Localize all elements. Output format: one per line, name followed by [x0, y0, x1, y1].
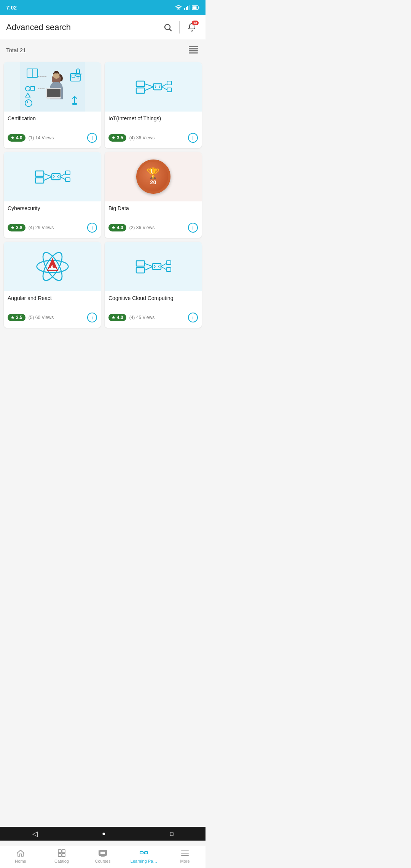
signal-icon [184, 5, 190, 10]
rating-bigdata: ★ 4.0 [108, 224, 126, 231]
svg-rect-6 [199, 7, 199, 9]
card-meta-certification: ★ 4.0 (1) 14 Views i [8, 133, 97, 146]
card-body-iot: IoT(Internet of Things) ★ 3.5 (4) 36 Vie… [105, 112, 202, 148]
card-cloud[interactable]: Cognitive Cloud Computing ★ 4.0 (4) 45 V… [105, 242, 202, 328]
card-body-cybersecurity: Cybersecurity ★ 3.8 (4) 29 Views i [4, 201, 101, 238]
svg-rect-42 [35, 171, 44, 176]
svg-rect-13 [189, 53, 198, 54]
angular-react-illustration: A [35, 247, 70, 286]
page-title: Advanced search [6, 22, 156, 32]
views-bigdata: (2) 36 Views [129, 225, 155, 230]
total-count: Total 21 [6, 47, 26, 53]
svg-rect-34 [136, 88, 145, 93]
card-meta-cybersecurity: ★ 3.8 (4) 29 Views i [8, 223, 97, 236]
svg-line-45 [44, 177, 52, 180]
rating-certification: ★ 4.0 [8, 134, 25, 142]
card-meta-iot: ★ 3.5 (4) 36 Views i [108, 133, 198, 146]
svg-rect-66 [166, 268, 171, 271]
svg-text:A: A [50, 265, 54, 270]
svg-line-35 [145, 84, 153, 87]
status-time: 7:02 [6, 5, 17, 11]
cloud-illustration [134, 253, 172, 280]
info-button-certification[interactable]: i [87, 133, 97, 143]
svg-rect-3 [187, 6, 188, 10]
svg-rect-41 [167, 88, 172, 92]
rating-cloud: ★ 4.0 [108, 314, 126, 321]
list-view-icon [189, 46, 198, 54]
card-thumb-bigdata: 🏆 20 [105, 152, 202, 201]
svg-rect-7 [193, 6, 197, 9]
notification-badge: 18 [192, 21, 199, 25]
rating-cybersecurity: ★ 3.8 [8, 224, 25, 231]
svg-line-39 [162, 87, 167, 90]
card-thumb-cybersecurity [4, 152, 101, 201]
card-thumb-angular: A [4, 242, 101, 291]
card-certification[interactable]: Certification ★ 4.0 (1) 14 Views i [4, 62, 101, 148]
header-divider [179, 21, 180, 34]
card-cybersecurity[interactable]: Cybersecurity ★ 3.8 (4) 29 Views i [4, 152, 101, 238]
card-thumb-certification [4, 62, 101, 112]
notifications-button[interactable]: 18 [184, 20, 199, 35]
view-toggle-button[interactable] [187, 44, 199, 56]
card-body-bigdata: Big Data ★ 4.0 (2) 36 Views i [105, 201, 202, 238]
views-cloud: (4) 45 Views [129, 315, 155, 320]
card-title-bigdata: Big Data [108, 205, 198, 219]
svg-point-0 [178, 10, 179, 10]
svg-line-64 [161, 266, 166, 270]
search-icon [163, 23, 172, 32]
svg-line-9 [170, 29, 172, 31]
info-button-iot[interactable]: i [188, 133, 198, 143]
info-button-bigdata[interactable]: i [188, 223, 198, 233]
cybersecurity-illustration [33, 163, 72, 190]
info-button-cybersecurity[interactable]: i [87, 223, 97, 233]
status-bar: 7:02 [0, 0, 206, 15]
card-thumb-cloud [105, 242, 202, 291]
svg-point-21 [27, 101, 28, 103]
svg-rect-62 [153, 263, 161, 270]
info-button-angular[interactable]: i [87, 313, 97, 322]
trophy-icon: 🏆 20 [136, 160, 170, 194]
svg-rect-40 [167, 81, 172, 85]
svg-rect-46 [52, 174, 60, 180]
svg-rect-1 [184, 8, 185, 10]
course-grid: Certification ★ 4.0 (1) 14 Views i [0, 60, 206, 330]
card-title-certification: Certification [8, 115, 97, 129]
svg-rect-30 [72, 103, 77, 105]
status-icons [175, 5, 199, 10]
svg-line-60 [145, 263, 153, 266]
card-angular[interactable]: A Angular and React ★ 3.5 (5) 60 Views i [4, 242, 101, 328]
svg-rect-37 [153, 84, 162, 90]
card-title-cybersecurity: Cybersecurity [8, 205, 97, 219]
info-button-cloud[interactable]: i [188, 313, 198, 322]
iot-illustration [134, 73, 172, 100]
svg-rect-65 [166, 261, 171, 265]
views-certification: (1) 14 Views [29, 135, 54, 140]
svg-line-47 [60, 174, 65, 177]
card-title-cloud: Cognitive Cloud Computing [108, 295, 198, 309]
svg-rect-50 [65, 178, 70, 182]
svg-line-38 [162, 84, 167, 87]
svg-rect-33 [136, 81, 145, 86]
card-bigdata[interactable]: 🏆 20 Big Data ★ 4.0 (2) 36 Views i [105, 152, 202, 238]
card-thumb-iot [105, 62, 202, 112]
search-button[interactable] [161, 21, 175, 34]
rating-angular: ★ 3.5 [8, 314, 25, 321]
svg-rect-43 [35, 178, 44, 183]
rating-iot: ★ 3.5 [108, 134, 126, 142]
total-bar: Total 21 [0, 40, 206, 60]
svg-rect-12 [189, 50, 198, 51]
card-title-angular: Angular and React [8, 295, 97, 309]
certification-illustration [20, 62, 85, 112]
card-meta-bigdata: ★ 4.0 (2) 36 Views i [108, 223, 198, 236]
card-iot[interactable]: IoT(Internet of Things) ★ 3.5 (4) 36 Vie… [105, 62, 202, 148]
svg-rect-10 [189, 46, 198, 47]
card-meta-cloud: ★ 4.0 (4) 45 Views i [108, 313, 198, 326]
header: Advanced search 18 [0, 15, 206, 40]
svg-rect-2 [186, 7, 187, 10]
svg-rect-49 [65, 171, 70, 175]
wifi-icon [175, 5, 182, 10]
svg-line-44 [44, 174, 52, 177]
card-body-cloud: Cognitive Cloud Computing ★ 4.0 (4) 45 V… [105, 291, 202, 328]
svg-rect-59 [136, 268, 145, 273]
card-title-iot: IoT(Internet of Things) [108, 115, 198, 129]
